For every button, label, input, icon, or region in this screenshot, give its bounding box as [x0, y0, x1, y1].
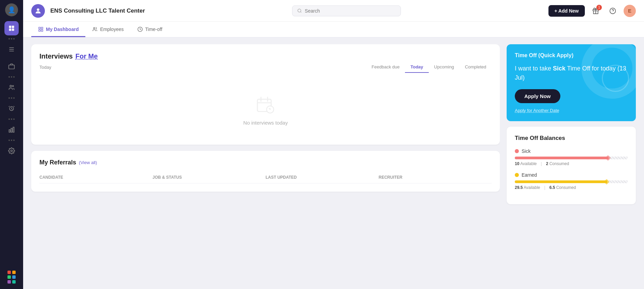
- sick-available: 10 Available: [515, 161, 537, 166]
- tab-my-dashboard[interactable]: My Dashboard: [31, 22, 85, 37]
- qa-text-type: Sick: [553, 65, 565, 72]
- quick-apply-card: Time Off (Quick Apply) I want to take Si…: [507, 44, 636, 121]
- tab-timeoff[interactable]: Time-off: [131, 22, 169, 37]
- sick-bar-container: [515, 157, 628, 159]
- referrals-title: My Referrals: [39, 159, 76, 166]
- sidebar-dots-4[interactable]: [9, 118, 15, 120]
- help-icon: [609, 7, 616, 14]
- svg-point-16: [298, 9, 301, 12]
- interviews-title: Interviews: [39, 52, 73, 60]
- svg-rect-23: [41, 30, 43, 31]
- search-icon: [297, 8, 302, 13]
- sidebar-item-alarm[interactable]: [4, 101, 19, 116]
- gift-icon-button[interactable]: 1: [590, 5, 602, 17]
- sick-consumed-label: Consumed: [549, 161, 569, 166]
- sick-available-label: Available: [520, 161, 537, 166]
- sidebar-item-list[interactable]: [4, 42, 19, 57]
- sidebar-dots-2[interactable]: [9, 76, 15, 78]
- svg-rect-7: [9, 65, 15, 69]
- tab-employees[interactable]: Employees: [85, 22, 130, 37]
- tab-today[interactable]: Today: [405, 62, 428, 73]
- timeoff-tab-icon: [137, 27, 143, 32]
- referrals-table-header: Candidate Job & Status Last Updated Recr…: [39, 172, 492, 183]
- sick-dot: [515, 149, 519, 153]
- earned-consumed-label: Consumed: [556, 185, 576, 190]
- sidebar: 👤: [0, 0, 23, 289]
- sidebar-dots-3[interactable]: [9, 97, 15, 99]
- balances-title: Time Off Balances: [515, 135, 628, 142]
- sidebar-dots-5[interactable]: [9, 140, 15, 141]
- col-last-updated: Last Updated: [266, 175, 379, 180]
- no-interviews-empty-state: No interviews today: [39, 78, 492, 137]
- referrals-view-all[interactable]: (View all): [79, 160, 97, 165]
- svg-rect-13: [13, 127, 14, 132]
- add-new-button[interactable]: + Add New: [548, 5, 585, 17]
- referrals-card: My Referrals (View all) Candidate Job & …: [31, 151, 500, 192]
- tab-feedback-due[interactable]: Feedback due: [366, 62, 405, 73]
- sidebar-item-settings[interactable]: [4, 144, 19, 158]
- apply-another-date-link[interactable]: Apply for Another Date: [515, 108, 628, 113]
- earned-bar: [515, 180, 607, 183]
- dashboard-tab-icon: [38, 27, 44, 32]
- tab-upcoming[interactable]: Upcoming: [429, 62, 460, 73]
- qa-text-prefix: I want to take: [515, 65, 551, 72]
- earned-hatch: [609, 180, 628, 183]
- col-candidate: Candidate: [39, 175, 153, 180]
- quick-apply-title: Time Off (Quick Apply): [515, 52, 628, 59]
- sidebar-dots-1[interactable]: [9, 38, 15, 39]
- no-interviews-text: No interviews today: [243, 120, 288, 126]
- col-recruiter: Recruiter: [379, 175, 492, 180]
- employees-tab-icon: [92, 27, 98, 32]
- svg-rect-20: [39, 27, 40, 29]
- help-icon-button[interactable]: [607, 5, 619, 17]
- right-panel: Time Off (Quick Apply) I want to take Si…: [507, 44, 636, 282]
- interviews-tab-right: Feedback due Today Upcoming Completed: [366, 62, 492, 73]
- earned-name: Earned: [522, 172, 537, 178]
- sick-bar: [515, 157, 609, 159]
- col-job-status: Job & Status: [153, 175, 266, 180]
- time-off-balances-card: Time Off Balances Sick 10 Availab: [507, 127, 636, 204]
- nav-tabs: My Dashboard Employees Time-off: [23, 22, 644, 37]
- svg-point-9: [13, 85, 14, 86]
- tab-completed[interactable]: Completed: [459, 62, 492, 73]
- referrals-header: My Referrals (View all): [39, 159, 492, 166]
- sick-name: Sick: [522, 148, 530, 154]
- sidebar-item-dashboard[interactable]: [4, 21, 19, 35]
- content-area: Interviews For Me Today Feedback due Tod…: [23, 37, 644, 289]
- svg-rect-3: [12, 29, 14, 31]
- sidebar-item-chart[interactable]: [4, 123, 19, 137]
- svg-rect-22: [39, 30, 40, 31]
- svg-point-14: [11, 150, 13, 152]
- quick-apply-text: I want to take Sick Time Off for today (…: [515, 64, 628, 82]
- earned-bar-container: [515, 180, 628, 183]
- main-container: ENS Consulting LLC Talent Center + Add N…: [23, 0, 644, 289]
- earned-stats: 29.5 Available | 6.5 Consumed: [515, 185, 628, 190]
- main-column: Interviews For Me Today Feedback due Tod…: [31, 44, 500, 282]
- svg-point-8: [10, 85, 12, 87]
- earned-consumed: 6.5 Consumed: [549, 185, 576, 190]
- empty-calendar-icon: [255, 95, 276, 115]
- balance-item-earned: Earned 29.5 Available | 6.5: [515, 172, 628, 190]
- app-logo: [31, 4, 45, 18]
- user-avatar[interactable]: E: [624, 5, 636, 17]
- sidebar-user-avatar[interactable]: 👤: [5, 3, 18, 16]
- sick-hatch: [609, 157, 628, 159]
- svg-rect-11: [9, 130, 10, 132]
- sick-label: Sick: [515, 148, 628, 154]
- svg-rect-0: [9, 26, 12, 28]
- earned-available-label: Available: [524, 185, 540, 190]
- apply-now-button[interactable]: Apply Now: [515, 89, 560, 103]
- earned-available: 29.5 Available: [515, 185, 540, 190]
- sidebar-colorful-dots[interactable]: [6, 271, 17, 284]
- svg-rect-1: [12, 26, 14, 28]
- interviews-card: Interviews For Me Today Feedback due Tod…: [31, 44, 500, 145]
- svg-point-15: [37, 8, 39, 11]
- earned-label: Earned: [515, 172, 628, 178]
- search-input[interactable]: [305, 8, 396, 14]
- sidebar-item-people[interactable]: [4, 80, 19, 95]
- search-box[interactable]: [292, 5, 401, 16]
- app-title: ENS Consulting LLC Talent Center: [50, 7, 145, 14]
- sidebar-item-briefcase[interactable]: [4, 59, 19, 74]
- sick-consumed: 2 Consumed: [546, 161, 569, 166]
- svg-rect-12: [11, 128, 12, 132]
